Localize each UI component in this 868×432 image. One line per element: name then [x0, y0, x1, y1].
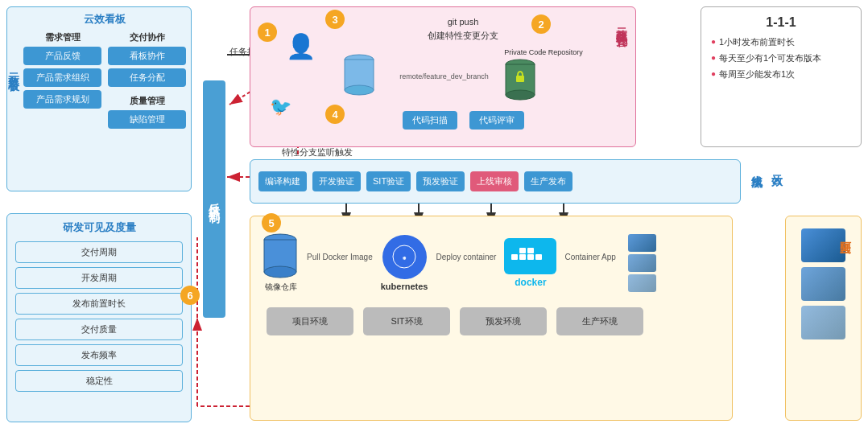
env-sit: SIT环境 — [363, 307, 450, 335]
git-cylinder — [343, 53, 375, 100]
stage-pre-verify: 预发验证 — [416, 171, 465, 191]
metric-release-lead: 发布前置时长 — [15, 293, 183, 315]
svg-rect-34 — [519, 254, 526, 260]
info-title: 1-1-1 — [711, 15, 851, 30]
svg-point-29 — [264, 266, 296, 278]
step6-circle: 6 — [180, 286, 200, 305]
step3-circle: 3 — [325, 10, 345, 29]
deploy-panel: 镜像仓库 Pull Docker Image ⎈ kubernetes Depl… — [250, 216, 733, 421]
info-item-1: ● 1小时发布前置时长 — [711, 36, 851, 48]
envs-row: 项目环境 SIT环境 预发环境 生产环境 — [250, 301, 732, 342]
product-demand-org-btn[interactable]: 产品需求组织 — [23, 68, 101, 87]
stage-prod-deploy: 生产发布 — [524, 171, 572, 191]
container-stacks — [628, 234, 656, 292]
step1-circle: 1 — [258, 23, 277, 42]
main-container: 云效看板 需求管理 产品反馈 产品需求组织 产品需求规划 交付协作 看板协作 任… — [0, 0, 868, 432]
git-push-label: git push — [315, 17, 611, 27]
svg-rect-37 — [527, 248, 534, 253]
delivery-quality-col: 交付协作 看板协作 任务分配 质量管理 缺陷管理 — [108, 31, 186, 129]
metric-delivery-quality: 交付质量 — [15, 319, 183, 340]
env-prod: 生产环境 — [556, 307, 643, 335]
svg-rect-26 — [516, 76, 524, 82]
aliyun-panel: 阿里云 — [785, 216, 862, 421]
stage-online-review: 上线审核 — [470, 171, 519, 191]
mirror-repo: 镜像仓库 — [262, 232, 299, 293]
kanban-title: 云效看板 — [23, 12, 186, 27]
task-assign-btn[interactable]: 任务分配 — [108, 68, 186, 87]
k8s-icon: ⎈ kubernetes — [381, 235, 428, 291]
metrics-title: 研发可见及度量 — [15, 220, 183, 235]
svg-rect-35 — [527, 254, 534, 260]
svg-point-22 — [345, 85, 374, 95]
kanban-panel: 云效看板 需求管理 产品反馈 产品需求组织 产品需求规划 交付协作 看板协作 任… — [6, 6, 192, 191]
env-project: 项目环境 — [267, 307, 353, 335]
svg-point-25 — [506, 90, 535, 100]
code-scan-btn[interactable]: 代码扫描 — [403, 111, 457, 130]
aliyun-title: 阿里云 — [838, 232, 853, 237]
deploy-container-label: Deploy container — [436, 253, 496, 261]
info-panel: 1-1-1 ● 1小时发布前置时长 ● 每天至少有1个可发布版本 ● 每周至少能… — [701, 6, 862, 147]
quality-title: 质量管理 — [108, 95, 186, 107]
delivery-title: 交付协作 — [108, 31, 186, 43]
metric-dev-cycle: 开发周期 — [15, 267, 183, 289]
stage-dev-verify: 开发验证 — [312, 171, 361, 191]
env-pre: 预发环境 — [460, 307, 547, 335]
send-icon: 🐦 — [270, 97, 291, 117]
create-branch-label: 创建特性变更分支 — [315, 30, 611, 42]
kanban-collab-btn[interactable]: 看板协作 — [108, 47, 186, 65]
feedback-band: 反馈机制 — [203, 80, 225, 318]
product-feedback-btn[interactable]: 产品反馈 — [23, 47, 101, 65]
step4-circle: 4 — [325, 105, 345, 124]
demand-title: 需求管理 — [23, 31, 101, 43]
info-item-3: ● 每周至少能发布1次 — [711, 68, 851, 80]
info-item-2: ● 每天至少有1个可发布版本 — [711, 52, 851, 64]
branch-name: remote/feature_dev_branch — [399, 72, 480, 80]
metric-release-freq: 发布频率 — [15, 344, 183, 366]
svg-rect-38 — [535, 254, 542, 260]
private-repo: Private Code Repository — [504, 48, 583, 105]
container-app-label: Container App — [564, 253, 615, 261]
code-panel: git push 创建特性变更分支 remote/feature_dev_bra… — [250, 6, 636, 147]
docker-icon: docker — [504, 238, 556, 288]
pull-docker-label: Pull Docker Image — [307, 253, 373, 261]
defect-mgmt-btn[interactable]: 缺陷管理 — [108, 110, 186, 129]
metrics-panel: 研发可见及度量 交付周期 开发周期 发布前置时长 交付质量 发布频率 稳定性 — [6, 213, 192, 422]
aliyun-server-3 — [801, 306, 845, 339]
stage-compile: 编译构建 — [258, 171, 307, 191]
trigger-label: 特性分支监听触发 — [282, 146, 353, 158]
metric-stability: 稳定性 — [15, 370, 183, 392]
product-demand-plan-btn[interactable]: 产品需求规划 — [23, 90, 101, 109]
svg-rect-33 — [511, 254, 518, 260]
demand-col: 需求管理 产品反馈 产品需求组织 产品需求规划 — [23, 31, 101, 129]
person-icon: 👤 — [286, 32, 316, 60]
code-panel-title: 云效代码托管 — [614, 19, 629, 29]
svg-rect-36 — [519, 248, 526, 253]
metric-delivery-cycle: 交付周期 — [15, 241, 183, 263]
step5-circle: 5 — [262, 213, 281, 232]
kanban-vertical-label: 云效看板 — [6, 64, 21, 74]
pipeline-panel: 编译构建 开发验证 SIT验证 预发验证 上线审核 生产发布 云效 流水线 — [250, 159, 741, 204]
aliyun-server-2 — [801, 267, 845, 301]
step2-circle: 2 — [531, 14, 551, 34]
stage-sit: SIT验证 — [366, 171, 411, 191]
code-review-btn[interactable]: 代码评审 — [469, 111, 524, 130]
